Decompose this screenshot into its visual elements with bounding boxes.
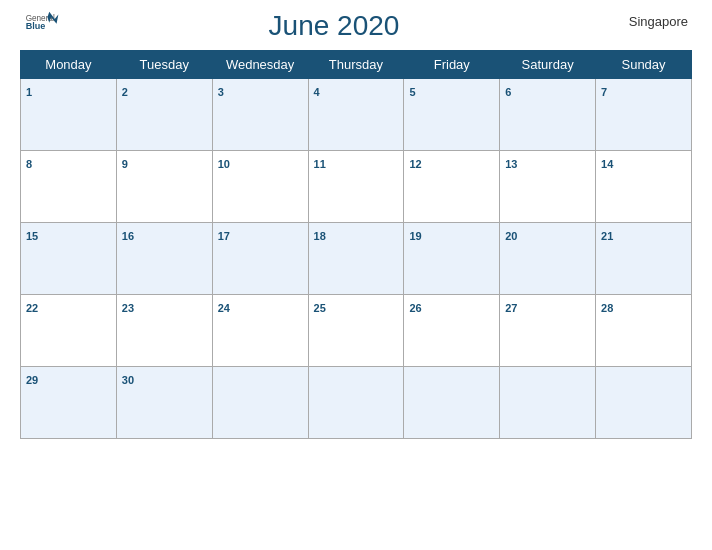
calendar-cell-0-3: 4 xyxy=(308,79,404,151)
header-monday: Monday xyxy=(21,51,117,79)
date-num-28: 28 xyxy=(601,302,613,314)
date-num-4: 4 xyxy=(314,86,320,98)
logo-icon: General Blue xyxy=(24,10,60,30)
date-num-23: 23 xyxy=(122,302,134,314)
calendar-cell-2-4: 19 xyxy=(404,223,500,295)
date-num-13: 13 xyxy=(505,158,517,170)
calendar-cell-4-6 xyxy=(596,367,692,439)
date-num-30: 30 xyxy=(122,374,134,386)
date-num-29: 29 xyxy=(26,374,38,386)
header-tuesday: Tuesday xyxy=(116,51,212,79)
calendar-cell-4-2 xyxy=(212,367,308,439)
date-num-21: 21 xyxy=(601,230,613,242)
calendar-cell-4-5 xyxy=(500,367,596,439)
date-num-22: 22 xyxy=(26,302,38,314)
calendar-cell-3-6: 28 xyxy=(596,295,692,367)
calendar-cell-1-6: 14 xyxy=(596,151,692,223)
date-num-12: 12 xyxy=(409,158,421,170)
calendar-cell-0-0: 1 xyxy=(21,79,117,151)
svg-text:Blue: Blue xyxy=(26,21,46,30)
calendar-cell-2-0: 15 xyxy=(21,223,117,295)
week-row-5: 2930 xyxy=(21,367,692,439)
date-num-27: 27 xyxy=(505,302,517,314)
calendar-cell-2-5: 20 xyxy=(500,223,596,295)
date-num-2: 2 xyxy=(122,86,128,98)
week-row-2: 891011121314 xyxy=(21,151,692,223)
date-num-3: 3 xyxy=(218,86,224,98)
date-num-8: 8 xyxy=(26,158,32,170)
date-num-26: 26 xyxy=(409,302,421,314)
calendar-cell-3-1: 23 xyxy=(116,295,212,367)
header-saturday: Saturday xyxy=(500,51,596,79)
week-row-3: 15161718192021 xyxy=(21,223,692,295)
calendar-cell-1-4: 12 xyxy=(404,151,500,223)
days-header-row: Monday Tuesday Wednesday Thursday Friday… xyxy=(21,51,692,79)
date-num-17: 17 xyxy=(218,230,230,242)
date-num-5: 5 xyxy=(409,86,415,98)
date-num-7: 7 xyxy=(601,86,607,98)
calendar-cell-0-2: 3 xyxy=(212,79,308,151)
calendar-cell-4-4 xyxy=(404,367,500,439)
logo: General Blue xyxy=(24,10,60,30)
date-num-11: 11 xyxy=(314,158,326,170)
calendar-cell-1-0: 8 xyxy=(21,151,117,223)
calendar-cell-0-5: 6 xyxy=(500,79,596,151)
header-friday: Friday xyxy=(404,51,500,79)
calendar-cell-1-2: 10 xyxy=(212,151,308,223)
week-row-4: 22232425262728 xyxy=(21,295,692,367)
date-num-9: 9 xyxy=(122,158,128,170)
calendar-title: June 2020 xyxy=(60,10,608,42)
calendar-cell-3-2: 24 xyxy=(212,295,308,367)
date-num-6: 6 xyxy=(505,86,511,98)
date-num-20: 20 xyxy=(505,230,517,242)
calendar-cell-0-6: 7 xyxy=(596,79,692,151)
calendar-cell-0-1: 2 xyxy=(116,79,212,151)
calendar-cell-3-5: 27 xyxy=(500,295,596,367)
header-wednesday: Wednesday xyxy=(212,51,308,79)
calendar-region: Singapore xyxy=(608,10,688,29)
header-thursday: Thursday xyxy=(308,51,404,79)
date-num-15: 15 xyxy=(26,230,38,242)
calendar-cell-1-3: 11 xyxy=(308,151,404,223)
calendar-cell-2-3: 18 xyxy=(308,223,404,295)
week-row-1: 1234567 xyxy=(21,79,692,151)
date-num-16: 16 xyxy=(122,230,134,242)
calendar-cell-3-4: 26 xyxy=(404,295,500,367)
calendar-cell-4-3 xyxy=(308,367,404,439)
header-sunday: Sunday xyxy=(596,51,692,79)
date-num-19: 19 xyxy=(409,230,421,242)
calendar-cell-2-1: 16 xyxy=(116,223,212,295)
date-num-10: 10 xyxy=(218,158,230,170)
calendar-cell-3-3: 25 xyxy=(308,295,404,367)
calendar-cell-0-4: 5 xyxy=(404,79,500,151)
date-num-25: 25 xyxy=(314,302,326,314)
calendar-cell-3-0: 22 xyxy=(21,295,117,367)
calendar-cell-2-2: 17 xyxy=(212,223,308,295)
calendar-cell-4-0: 29 xyxy=(21,367,117,439)
date-num-14: 14 xyxy=(601,158,613,170)
calendar-cell-2-6: 21 xyxy=(596,223,692,295)
calendar-cell-4-1: 30 xyxy=(116,367,212,439)
date-num-24: 24 xyxy=(218,302,230,314)
calendar-header: General Blue June 2020 Singapore xyxy=(20,10,692,42)
calendar-table: Monday Tuesday Wednesday Thursday Friday… xyxy=(20,50,692,439)
date-num-1: 1 xyxy=(26,86,32,98)
calendar-cell-1-5: 13 xyxy=(500,151,596,223)
date-num-18: 18 xyxy=(314,230,326,242)
calendar-cell-1-1: 9 xyxy=(116,151,212,223)
